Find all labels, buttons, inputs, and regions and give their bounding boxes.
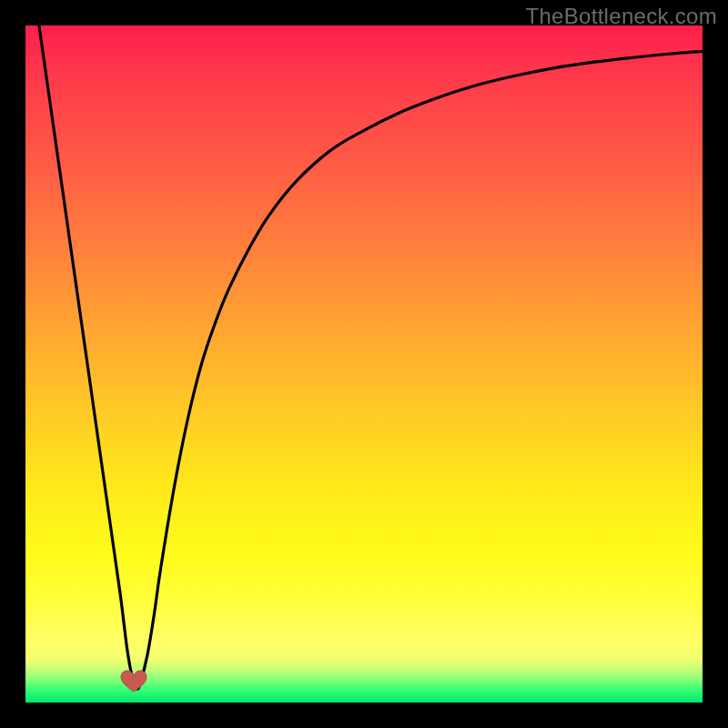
bottleneck-curve [39,25,703,689]
plot-area [25,25,703,703]
heart-icon [118,667,149,694]
chart-frame: TheBottleneck.com [0,0,728,728]
curve-layer [25,25,703,703]
